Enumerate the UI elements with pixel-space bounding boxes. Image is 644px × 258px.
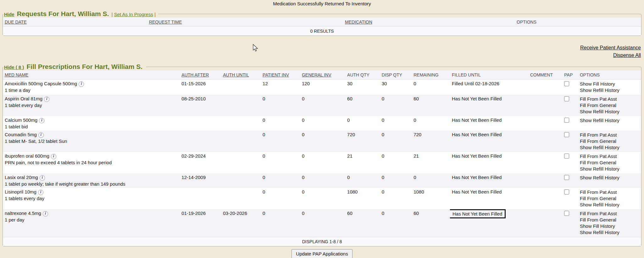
rx-row: Amoxicillin 500mg Capsule 500mgi 1 time … bbox=[3, 80, 641, 95]
option-link[interactable]: Fill From Pat Asst bbox=[580, 210, 639, 217]
option-link[interactable]: Fill From General bbox=[580, 138, 639, 144]
option-link[interactable]: Fill From General bbox=[580, 160, 639, 166]
info-icon[interactable]: i bbox=[38, 190, 43, 195]
column-general-inv[interactable]: GENERAL INV bbox=[302, 72, 331, 77]
option-link[interactable]: Fill From Pat Asst bbox=[580, 96, 639, 102]
column-request-time[interactable]: REQUEST TIME bbox=[149, 20, 182, 25]
option-link[interactable]: Show Refill History bbox=[580, 87, 639, 93]
column-med-name[interactable]: MED NAME bbox=[5, 72, 28, 77]
column-auth-after[interactable]: AUTH AFTER bbox=[181, 72, 209, 77]
row-options: Show Fill HistoryShow Refill History bbox=[578, 80, 641, 95]
column-patient-inv[interactable]: PATIENT INV bbox=[263, 72, 289, 77]
option-link[interactable]: Show Refill History bbox=[580, 229, 639, 236]
option-link[interactable]: Show Fill History bbox=[580, 223, 639, 229]
legend-separator: | bbox=[112, 12, 113, 17]
requests-table: DUE DATE REQUEST TIME MEDICATION OPTIONS… bbox=[3, 18, 641, 36]
update-pap-applications-button[interactable]: Update PAP Applications bbox=[291, 249, 352, 258]
option-link[interactable]: Show Refill History bbox=[580, 166, 639, 172]
option-link[interactable]: Fill From General bbox=[580, 195, 639, 202]
auth-after bbox=[180, 116, 221, 131]
rx-row: Lasix oral 20mgi 1 tablet po weekly; tak… bbox=[3, 173, 641, 188]
auth-qty: 720 bbox=[345, 131, 380, 152]
column-due-date[interactable]: DUE DATE bbox=[5, 20, 27, 25]
med-name: Calcium 500mg bbox=[5, 117, 37, 123]
med-directions: 1 time a day bbox=[5, 87, 178, 93]
info-icon[interactable]: i bbox=[39, 118, 44, 123]
pap-checkbox[interactable] bbox=[564, 189, 569, 194]
filled-until-status: Has Not Yet Been Filled bbox=[452, 175, 502, 180]
disp-qty: 0 bbox=[380, 116, 412, 131]
option-link[interactable]: Fill From General bbox=[580, 217, 639, 223]
auth-until bbox=[221, 173, 261, 188]
remaining: 720 bbox=[412, 131, 450, 152]
pap-checkbox[interactable] bbox=[564, 211, 569, 216]
action-links: Receive Patient Assistance Dispense All bbox=[0, 44, 641, 59]
pap-checkbox[interactable] bbox=[564, 175, 569, 180]
patient-inv: 0 bbox=[261, 95, 300, 116]
patient-inv: 0 bbox=[261, 188, 300, 209]
info-icon[interactable]: i bbox=[40, 175, 45, 181]
rx-row: ibuprofen oral 600mgi PRN pain, not to e… bbox=[3, 152, 641, 173]
remaining: 60 bbox=[412, 209, 450, 237]
rx-row: Coumadin 5mgi 1 tablet M- Sat, 1/2 table… bbox=[3, 131, 641, 152]
info-icon[interactable]: i bbox=[43, 211, 48, 216]
med-directions: 1 per day bbox=[5, 216, 178, 222]
info-icon[interactable]: i bbox=[44, 97, 49, 102]
patient-inv: 0 bbox=[261, 173, 300, 188]
requests-section: Hide Requests For Hart, William S. | Set… bbox=[3, 10, 641, 36]
row-options: Show Refill History bbox=[578, 173, 641, 188]
filled-until-status: Has Not Yet Been Filled bbox=[452, 189, 502, 194]
receive-patient-assistance-link[interactable]: Receive Patient Assistance bbox=[0, 44, 641, 52]
auth-qty: 1080 bbox=[345, 188, 380, 209]
fill-header-row: MED NAME AUTH AFTER AUTH UNTIL PATIENT I… bbox=[3, 70, 641, 80]
info-icon[interactable]: i bbox=[79, 81, 84, 87]
disp-qty: 0 bbox=[380, 209, 412, 237]
option-link[interactable]: Show Refill History bbox=[580, 109, 639, 115]
option-link[interactable]: Fill From Pat Asst bbox=[580, 132, 639, 138]
info-icon[interactable]: i bbox=[51, 154, 56, 159]
option-link[interactable]: Show Refill History bbox=[580, 175, 639, 181]
pap-checkbox[interactable] bbox=[564, 132, 569, 137]
rx-row: Calcium 500mgi 1 tablet bid 0 0 0 0 0 Ha… bbox=[3, 116, 641, 131]
option-link[interactable]: Fill From Pat Asst bbox=[580, 189, 639, 195]
set-as-in-progress-link[interactable]: Set As In Progress bbox=[114, 12, 153, 17]
patient-inv: 0 bbox=[261, 116, 300, 131]
row-options: Fill From Pat AsstFill From GeneralShow … bbox=[578, 209, 641, 237]
auth-after bbox=[180, 131, 221, 152]
pap-checkbox[interactable] bbox=[564, 154, 569, 159]
fill-prescriptions-section: Hide ( 8 ) Fill Prescriptions For Hart, … bbox=[3, 63, 641, 246]
requests-empty-results: 0 RESULTS bbox=[3, 27, 641, 36]
option-link[interactable]: Show Fill History bbox=[580, 81, 639, 87]
filled-until-status: Filled Until 02-18-2026 bbox=[452, 81, 499, 86]
dispense-all-link[interactable]: Dispense All bbox=[0, 52, 641, 59]
general-inv: 0 bbox=[300, 131, 345, 152]
row-options: Show Refill History bbox=[578, 116, 641, 131]
row-options: Fill From Pat AsstFill From GeneralShow … bbox=[578, 152, 641, 173]
auth-after: 01-15-2026 bbox=[180, 80, 221, 95]
remaining: 60 bbox=[412, 95, 450, 116]
info-icon[interactable]: i bbox=[38, 132, 44, 138]
requests-hide-link[interactable]: Hide bbox=[4, 12, 14, 17]
option-link[interactable]: Show Refill History bbox=[580, 144, 639, 151]
column-filled-until: FILLED UNTIL bbox=[452, 72, 481, 77]
pap-checkbox[interactable] bbox=[564, 81, 569, 86]
general-inv: 0 bbox=[300, 173, 345, 188]
option-link[interactable]: Show Refill History bbox=[580, 117, 639, 124]
option-link[interactable]: Show Refill History bbox=[580, 202, 639, 208]
fill-hide-link[interactable]: Hide ( 8 ) bbox=[4, 64, 24, 70]
column-medication[interactable]: MEDICATION bbox=[345, 20, 372, 25]
auth-qty: 30 bbox=[345, 80, 380, 95]
filled-until-status: Has Not Yet Been Filled bbox=[452, 153, 502, 159]
column-pap: PAP bbox=[564, 72, 573, 77]
patient-inv: 0 bbox=[261, 152, 300, 173]
option-link[interactable]: Fill From General bbox=[580, 102, 639, 109]
requests-legend: Hide Requests For Hart, William S. | Set… bbox=[3, 10, 158, 18]
disp-qty: 0 bbox=[380, 188, 412, 209]
column-auth-until[interactable]: AUTH UNTIL bbox=[223, 72, 249, 77]
pap-checkbox[interactable] bbox=[564, 96, 569, 101]
pap-checkbox[interactable] bbox=[564, 118, 569, 123]
option-link[interactable]: Fill From Pat Asst bbox=[580, 153, 639, 160]
fill-section-title: Fill Prescriptions For Hart, William S. bbox=[25, 63, 144, 70]
requests-section-title: Requests For Hart, William S. bbox=[16, 10, 110, 17]
disp-qty: 0 bbox=[380, 131, 412, 152]
